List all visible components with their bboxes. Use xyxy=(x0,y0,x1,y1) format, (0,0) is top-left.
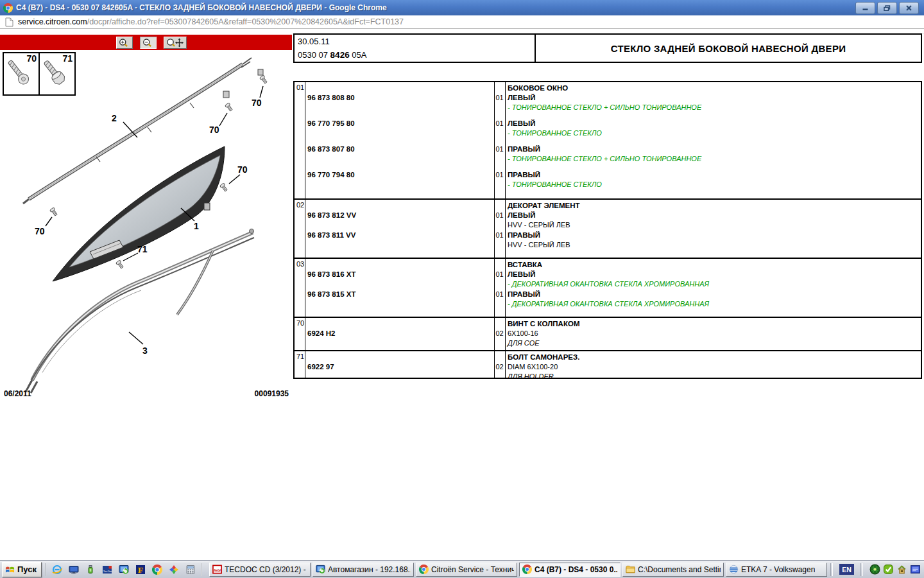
part-row: 96 873 808 80 01 ЛЕВЫЙ - ТОНИРОВАННОЕ СТ… xyxy=(295,92,921,118)
part-name: ПРАВЫЙ xyxy=(508,145,540,153)
taskbar: Пуск TECDOC CD (3/2012) - ... Автомагази… xyxy=(0,560,924,578)
system-tray: EN 10:10 xyxy=(827,563,924,576)
diagram-label: 70 xyxy=(237,164,248,175)
taskbar-button[interactable]: ETKA 7 - Volkswagen xyxy=(726,563,827,577)
restore-button[interactable] xyxy=(877,2,897,14)
quick-launch xyxy=(49,563,198,575)
page-icon xyxy=(5,17,13,27)
rdp-icon xyxy=(316,565,325,574)
taskbar-button[interactable]: C:\Documents and Settin... xyxy=(622,563,724,577)
quicklaunch-pinwheel-app[interactable] xyxy=(167,563,180,575)
pinwheel-app-icon xyxy=(169,565,179,575)
part-quantity: 01 xyxy=(494,211,505,219)
group-title: БОКОВОЕ ОКНО xyxy=(508,83,921,92)
language-indicator[interactable]: EN xyxy=(839,564,854,575)
part-number: 6922 97 xyxy=(307,363,334,371)
part-name: ЛЕВЫЙ xyxy=(508,119,536,127)
part-note: - ТОНИРОВАННОЕ СТЕКЛО + СИЛЬНО ТОНИРОВАН… xyxy=(508,103,701,111)
minimize-icon xyxy=(862,5,869,11)
part-row: 6922 97 02 DIAM 6X100-20 ДЛЯ HOLDER xyxy=(295,362,921,378)
taskbar-button-label: ETKA 7 - Volkswagen xyxy=(741,565,815,574)
taskbar-button-label: C:\Documents and Settin... xyxy=(638,565,721,574)
part-number: 96 873 807 80 xyxy=(307,145,355,153)
show-desktop-icon xyxy=(69,565,79,575)
quicklaunch-internet-explorer[interactable] xyxy=(51,563,63,575)
diagram-date: 06/2011 xyxy=(4,389,31,398)
tray-coin-icon[interactable] xyxy=(869,564,880,575)
taskbar-button-label: Citroën Service - Технич... xyxy=(431,565,514,574)
part-row: 96 770 795 80 01 ЛЕВЫЙ - ТОНИРОВАННОЕ СТ… xyxy=(295,118,921,144)
part-number: 96 770 795 80 xyxy=(307,119,355,127)
minimize-button[interactable] xyxy=(855,2,875,14)
quicklaunch-tecdoc[interactable] xyxy=(101,563,113,575)
part-number: 96 770 794 80 xyxy=(307,171,355,179)
windows-flag-icon xyxy=(5,565,15,574)
part-note: - ДЕКОРАТИВНАЯ ОКАНТОВКА СТЕКЛА ХРОМИРОВ… xyxy=(508,280,709,288)
taskbar-button[interactable]: TECDOC CD (3/2012) - ... xyxy=(209,563,311,577)
taskbar-button[interactable]: Автомагазин - 192.168.... xyxy=(312,563,414,577)
window-titlebar[interactable]: C4 (B7) - DS4 - 0530 07 842605A - СТЕКЛО… xyxy=(0,0,924,15)
part-quantity: 01 xyxy=(494,94,505,101)
exploded-diagram xyxy=(0,46,293,396)
url-domain: service.citroen.com xyxy=(18,17,87,26)
taskbar-button-label: C4 (B7) - DS4 - 0530 0... xyxy=(535,565,617,574)
part-row: 6924 H2 02 6X100-16 ДЛЯ COE xyxy=(295,328,921,348)
quicklaunch-chrome[interactable] xyxy=(151,563,163,575)
part-quantity: 02 xyxy=(494,363,505,371)
calculator-icon xyxy=(185,565,196,575)
etka-icon xyxy=(729,565,739,574)
quicklaunch-far-manager[interactable] xyxy=(134,563,146,575)
part-note: HVV - СЕРЫЙ ЛЕВ xyxy=(508,221,570,229)
parts-table: 01 БОКОВОЕ ОКНО 96 873 808 80 01 ЛЕВЫЙ -… xyxy=(293,81,922,379)
group-index: 03 xyxy=(296,260,304,268)
tray-shield-check-icon[interactable] xyxy=(883,564,894,575)
start-button[interactable]: Пуск xyxy=(2,562,42,577)
quicklaunch-show-desktop[interactable] xyxy=(67,563,80,575)
desktop: { "window": { "title": "C4 (B7) - DS4 - … xyxy=(0,0,924,578)
quicklaunch-calculator[interactable] xyxy=(184,563,196,575)
usb-tool-icon xyxy=(85,565,96,575)
part-name: DIAM 6X100-20 xyxy=(508,363,558,371)
taskbar-button[interactable]: Citroën Service - Технич... xyxy=(416,563,517,577)
part-quantity: 01 xyxy=(494,145,505,153)
diagram-number: 00091935 xyxy=(255,389,289,398)
address-bar[interactable]: service.citroen.com/docpr/affiche.do?ref… xyxy=(0,15,924,29)
url-path: /docpr/affiche.do?ref=053007842605A&refa… xyxy=(87,17,404,26)
internet-explorer-icon xyxy=(52,565,62,575)
document-date: 30.05.11 xyxy=(298,37,330,46)
tray-device-icon[interactable] xyxy=(896,564,907,575)
part-name: ПРАВЫЙ xyxy=(508,171,540,179)
taskbar-button-label: TECDOC CD (3/2012) - ... xyxy=(225,565,307,574)
group-index: 70 xyxy=(296,319,304,327)
part-name: ЛЕВЫЙ xyxy=(508,94,536,101)
part-note: - ТОНИРОВАННОЕ СТЕКЛО xyxy=(508,129,602,137)
part-note: - ТОНИРОВАННОЕ СТЕКЛО + СИЛЬНО ТОНИРОВАН… xyxy=(508,155,701,162)
restore-icon xyxy=(884,5,891,11)
part-row: 96 873 815 XT 01 ПРАВЫЙ - ДЕКОРАТИВНАЯ О… xyxy=(295,289,921,309)
part-note: - ДЕКОРАТИВНАЯ ОКАНТОВКА СТЕКЛА ХРОМИРОВ… xyxy=(508,300,709,308)
document-header: 30.05.11 0530 07 8426 05A СТЕКЛО ЗАДНЕЙ … xyxy=(293,33,922,63)
parts-group: 03 ВСТАВКА 96 873 816 XT 01 ЛЕВЫЙ - ДЕКО… xyxy=(295,258,921,317)
diagram-label: 70 xyxy=(35,226,45,236)
taskbar-button-label: Автомагазин - 192.168.... xyxy=(328,565,411,574)
quicklaunch-remote-desktop[interactable] xyxy=(117,563,130,575)
part-number: 96 873 812 VV xyxy=(307,211,356,219)
part-row: 96 873 811 VV 01 ПРАВЫЙ HVV - СЕРЫЙ ЛЕВ xyxy=(295,230,921,250)
diagram-label: 3 xyxy=(142,346,148,356)
parts-group: 02 ДЕКОРАТ ЭЛЕМЕНТ 96 873 812 VV 01 ЛЕВЫ… xyxy=(295,198,921,258)
group-title: БОЛТ САМОНАРЕЗ. xyxy=(508,353,921,362)
taskbar-button[interactable]: C4 (B7) - DS4 - 0530 0... xyxy=(519,563,620,577)
tecdoc-icon xyxy=(102,565,112,575)
part-number: 96 873 811 VV xyxy=(307,231,355,239)
parts-group: 01 БОКОВОЕ ОКНО 96 873 808 80 01 ЛЕВЫЙ -… xyxy=(295,82,921,198)
chrome-icon xyxy=(152,565,162,575)
diagram-label: 71 xyxy=(137,244,148,254)
part-quantity: 01 xyxy=(494,119,505,127)
window-title: C4 (B7) - DS4 - 0530 07 842605A - СТЕКЛО… xyxy=(16,3,387,12)
group-title: ВСТАВКА xyxy=(508,260,921,269)
chrome-icon xyxy=(522,565,532,574)
part-row: 96 873 807 80 01 ПРАВЫЙ - ТОНИРОВАННОЕ С… xyxy=(295,144,921,170)
close-button[interactable] xyxy=(899,2,919,14)
quicklaunch-usb-tool[interactable] xyxy=(84,563,96,575)
tray-display-icon[interactable] xyxy=(910,564,921,575)
